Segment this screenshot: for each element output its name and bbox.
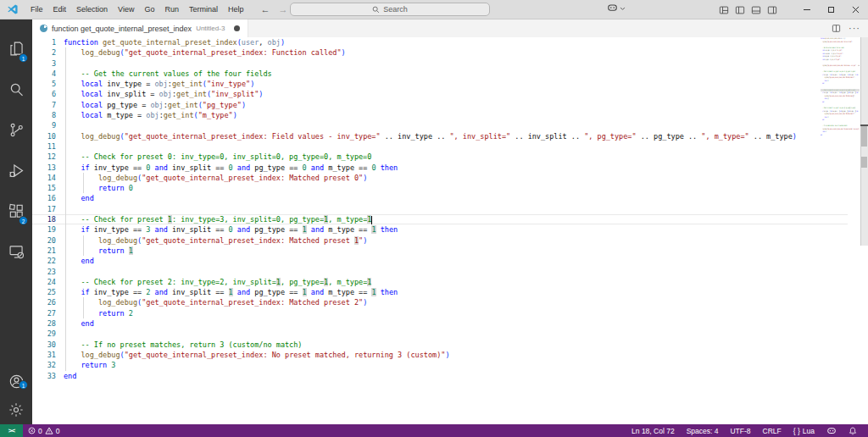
menu-help[interactable]: Help	[223, 0, 249, 19]
indentation-status[interactable]: Spaces: 4	[681, 427, 725, 435]
line-number[interactable]: 3	[32, 58, 56, 69]
activitybar-explorer[interactable]: 1	[0, 28, 32, 69]
minimize-button[interactable]	[794, 0, 819, 19]
line-number[interactable]: 10	[32, 131, 56, 141]
line-number[interactable]: 6	[32, 89, 56, 99]
customize-layout-icon[interactable]	[719, 5, 729, 15]
code-line[interactable]: 18 -- Check for preset 1: inv_type=3, in…	[32, 214, 848, 224]
code-line[interactable]: 24 -- Check for preset 2: inv_type=2, in…	[32, 277, 848, 287]
code-line[interactable]: 16 end	[32, 193, 848, 203]
code-line[interactable]: 6 local inv_split = obj:get_int("inv_spl…	[32, 89, 848, 99]
line-number[interactable]: 25	[32, 287, 56, 297]
code-line[interactable]: 28 end	[32, 318, 848, 329]
line-number[interactable]: 16	[32, 193, 56, 203]
tab-untitled-3[interactable]: function get_quote_internal_preset_index…	[32, 19, 248, 37]
encoding-status[interactable]: UTF-8	[724, 427, 756, 435]
command-center-search[interactable]: Search	[290, 3, 490, 16]
code-line[interactable]: 25 if inv_type == 2 and inv_split == 1 a…	[32, 287, 848, 297]
code-line[interactable]: 23	[32, 267, 848, 277]
code-line[interactable]: 5 local inv_type = obj:get_int("inv_type…	[32, 79, 848, 89]
code-editor[interactable]: 1function get_quote_internal_preset_inde…	[32, 37, 868, 424]
line-number[interactable]: 23	[32, 267, 56, 277]
code-line[interactable]: 14 log_debug("get_quote_internal_preset_…	[32, 173, 848, 183]
code-line[interactable]: 29	[32, 329, 848, 339]
more-actions-icon[interactable]: ···	[849, 24, 860, 33]
line-number[interactable]: 29	[32, 329, 56, 339]
line-number[interactable]: 24	[32, 277, 56, 287]
code-line[interactable]: 33end	[32, 371, 848, 381]
code-line[interactable]: 2 log_debug("get_quote_internal_preset_i…	[32, 47, 848, 58]
code-line[interactable]: 17	[32, 204, 848, 214]
code-line[interactable]: 15 return 0	[32, 183, 848, 193]
copilot-menu[interactable]	[607, 3, 626, 13]
code-line[interactable]: 7 local pg_type = obj:get_int("pg_type")	[32, 100, 848, 110]
code-line[interactable]: 10 log_debug("get_quote_internal_preset_…	[32, 131, 848, 141]
code-line[interactable]: 32 return 3	[32, 360, 848, 370]
line-number[interactable]: 5	[32, 79, 56, 89]
activitybar-run-debug[interactable]	[0, 150, 32, 191]
cursor-position[interactable]: Ln 18, Col 72	[626, 427, 681, 435]
menu-run[interactable]: Run	[159, 0, 184, 19]
line-number[interactable]: 12	[32, 152, 56, 162]
line-number[interactable]: 4	[32, 69, 56, 79]
menu-selection[interactable]: Selection	[71, 0, 113, 19]
line-number[interactable]: 20	[32, 235, 56, 246]
line-number[interactable]: 19	[32, 224, 56, 235]
line-number[interactable]: 13	[32, 163, 56, 173]
line-number[interactable]: 9	[32, 120, 56, 130]
toggle-sidebar-left-icon[interactable]	[735, 5, 745, 15]
menu-file[interactable]: File	[25, 0, 48, 19]
notifications-bell[interactable]	[843, 427, 863, 435]
remote-indicator[interactable]: ><	[0, 424, 23, 437]
menu-go[interactable]: Go	[139, 0, 159, 19]
activitybar-source-control[interactable]	[0, 109, 32, 150]
line-number[interactable]: 33	[32, 371, 56, 381]
split-editor-icon[interactable]	[832, 24, 841, 33]
code-line[interactable]: 22 end	[32, 256, 848, 266]
line-number[interactable]: 1	[32, 37, 56, 47]
toggle-panel-icon[interactable]	[751, 5, 761, 15]
activitybar-settings[interactable]	[0, 396, 32, 424]
code-line[interactable]: 31 log_debug("get_quote_internal_preset_…	[32, 350, 848, 360]
code-line[interactable]: 8 local m_type = obj:get_int("m_type")	[32, 110, 848, 120]
code-line[interactable]: 3	[32, 58, 848, 69]
line-number[interactable]: 2	[32, 47, 56, 58]
code-line[interactable]: 26 log_debug("get_quote_internal_preset_…	[32, 297, 848, 307]
eol-status[interactable]: CRLF	[757, 427, 787, 435]
activitybar-accounts[interactable]: 1	[0, 367, 32, 396]
close-button[interactable]	[843, 0, 868, 19]
line-number[interactable]: 32	[32, 360, 56, 370]
forward-arrow-icon[interactable]: →	[278, 4, 287, 14]
code-line[interactable]: 11	[32, 141, 848, 152]
code-lines[interactable]: 1function get_quote_internal_preset_inde…	[32, 37, 848, 424]
menu-edit[interactable]: Edit	[48, 0, 72, 19]
code-line[interactable]: 9	[32, 120, 848, 130]
line-number[interactable]: 11	[32, 141, 56, 152]
code-line[interactable]: 13 if inv_type == 0 and inv_split == 0 a…	[32, 163, 848, 173]
line-number[interactable]: 15	[32, 183, 56, 193]
toggle-sidebar-right-icon[interactable]	[767, 5, 777, 15]
activitybar-search[interactable]	[0, 69, 32, 109]
menu-view[interactable]: View	[113, 0, 139, 19]
activitybar-remote-explorer[interactable]	[0, 231, 32, 272]
line-number[interactable]: 21	[32, 246, 56, 256]
line-number[interactable]: 7	[32, 100, 56, 110]
line-number[interactable]: 14	[32, 173, 56, 183]
code-line[interactable]: 21 return 1	[32, 246, 848, 256]
copilot-status[interactable]	[821, 427, 843, 435]
code-line[interactable]: 12 -- Check for preset 0: inv_type=0, in…	[32, 152, 848, 162]
line-number[interactable]: 30	[32, 340, 56, 350]
activitybar-extensions[interactable]: 2	[0, 191, 32, 231]
line-number[interactable]: 26	[32, 297, 56, 307]
maximize-button[interactable]	[819, 0, 843, 19]
line-number[interactable]: 22	[32, 256, 56, 266]
language-mode[interactable]: { } Lua	[787, 427, 821, 435]
code-line[interactable]: 19 if inv_type == 3 and inv_split == 0 a…	[32, 224, 848, 235]
line-number[interactable]: 8	[32, 110, 56, 120]
code-line[interactable]: 4 -- Get the current values of the four …	[32, 69, 848, 79]
code-line[interactable]: 27 return 2	[32, 308, 848, 318]
code-line[interactable]: 30 -- If no preset matches, return 3 (cu…	[32, 340, 848, 350]
line-number[interactable]: 27	[32, 308, 56, 318]
back-arrow-icon[interactable]: ←	[260, 4, 270, 14]
line-number[interactable]: 17	[32, 204, 56, 214]
